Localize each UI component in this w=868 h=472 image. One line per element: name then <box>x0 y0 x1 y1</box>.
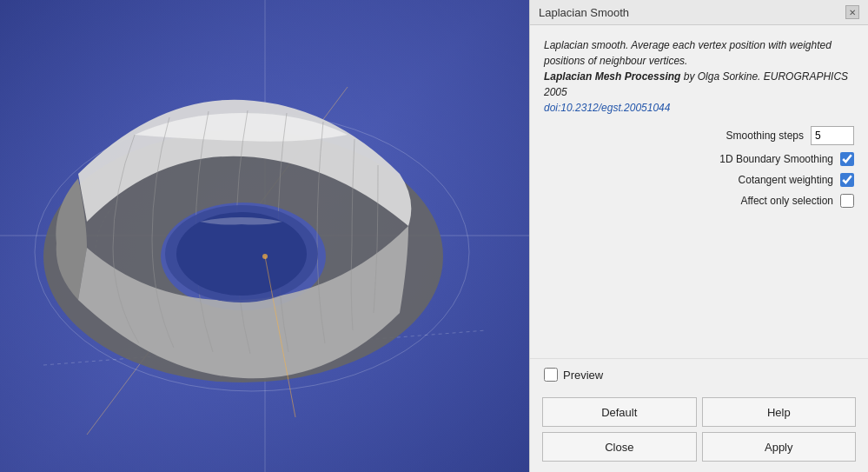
3d-viewport[interactable] <box>0 0 529 472</box>
affect-only-selection-label: Affect only selection <box>740 195 833 207</box>
dialog-title: Laplacian Smooth <box>539 6 629 19</box>
cotangent-weighting-label: Cotangent weighting <box>739 174 833 186</box>
affect-only-selection-row: Affect only selection <box>544 194 854 208</box>
help-button[interactable]: Help <box>702 397 857 427</box>
preview-checkbox[interactable] <box>544 368 558 382</box>
cotangent-weighting-row: Cotangent weighting <box>544 173 854 187</box>
smoothing-steps-label: Smoothing steps <box>726 130 804 142</box>
description-link[interactable]: doi:10.2312/egst.20051044 <box>544 102 670 114</box>
apply-button[interactable]: Apply <box>702 432 857 462</box>
boundary-smoothing-checkbox[interactable] <box>840 152 854 166</box>
svg-point-10 <box>176 212 307 296</box>
dialog-close-button[interactable]: ✕ <box>845 5 859 19</box>
boundary-smoothing-label: 1D Boundary Smoothing <box>719 153 833 165</box>
dialog-body: Laplacian smooth. Average each vertex po… <box>530 25 868 358</box>
cotangent-weighting-checkbox[interactable] <box>840 173 854 187</box>
smoothing-steps-row: Smoothing steps <box>544 126 854 145</box>
close-button[interactable]: Close <box>542 432 697 462</box>
description-line1: Laplacian smooth. Average each vertex po… <box>544 39 832 67</box>
description-text: Laplacian smooth. Average each vertex po… <box>544 37 854 116</box>
smoothing-steps-input[interactable] <box>811 126 854 145</box>
dialog-titlebar: Laplacian Smooth ✕ <box>530 0 868 25</box>
boundary-smoothing-row: 1D Boundary Smoothing <box>544 152 854 166</box>
default-button[interactable]: Default <box>542 397 697 427</box>
preview-section: Preview <box>530 358 868 390</box>
description-bold: Laplacian Mesh Processing <box>544 70 680 83</box>
button-section: Default Help Close Apply <box>530 390 868 472</box>
affect-only-selection-checkbox[interactable] <box>840 194 854 208</box>
parameters-section: Smoothing steps 1D Boundary Smoothing Co… <box>544 126 854 208</box>
preview-label: Preview <box>563 369 603 382</box>
laplacian-smooth-dialog: Laplacian Smooth ✕ Laplacian smooth. Ave… <box>529 0 868 472</box>
